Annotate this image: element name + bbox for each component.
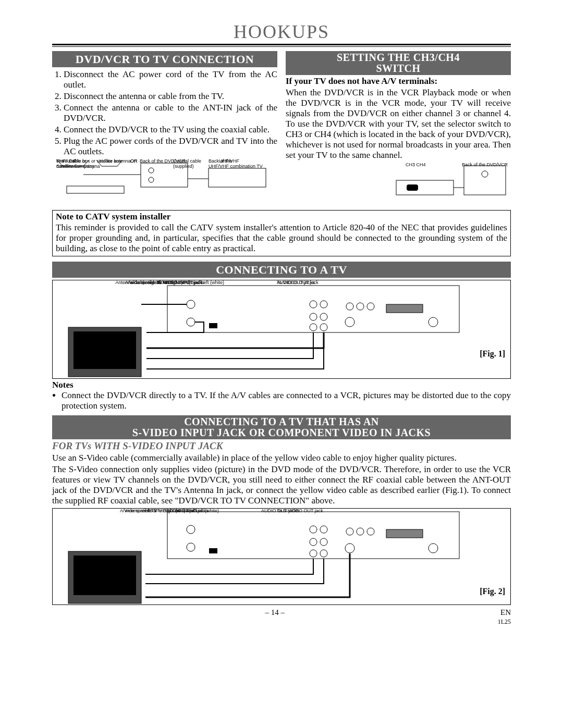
- svg-point-19: [187, 300, 195, 309]
- label-ch3ch4: CH3 CH4: [406, 163, 426, 167]
- svg-rect-15: [464, 166, 506, 195]
- label-audio-out: AUDIO OUT jacks: [277, 280, 315, 285]
- svg-point-43: [310, 538, 317, 546]
- bar-dvd-vcr: DVD/VCR TO TV CONNECTION: [52, 51, 277, 67]
- step-item: Disconnect the AC power cord of the TV f…: [64, 69, 277, 90]
- step-item: Disconnect the antenna or cable from the…: [64, 91, 277, 102]
- footer-code: 1L25: [498, 618, 511, 625]
- svg-point-46: [320, 550, 327, 557]
- step-item: Connect the antenna or cable to the ANT-…: [64, 103, 277, 124]
- svg-rect-14: [407, 184, 418, 191]
- svg-point-49: [367, 528, 374, 535]
- bar-svideo: CONNECTING TO A TV THAT HAS AN S-VIDEO I…: [52, 415, 511, 439]
- label-av-tv-2b: wide screen TV: [74, 509, 157, 513]
- svg-point-48: [357, 528, 364, 535]
- diagram-ch3ch4-switch: CH3 CH4 Back of the DVD/VCR: [391, 163, 511, 205]
- footer-en: EN: [500, 608, 511, 616]
- col-dvd-vcr: DVD/VCR TO TV CONNECTION Disconnect the …: [52, 51, 277, 207]
- svg-point-25: [320, 313, 327, 320]
- rule-thick: [52, 44, 511, 45]
- bar-ch3ch4-line2: SWITCH: [288, 63, 509, 74]
- catv-note-title: Note to CATV system installer: [56, 212, 170, 221]
- page-title: HOOKUPS: [52, 21, 511, 43]
- col-ch3ch4: SETTING THE CH3/CH4 SWITCH If your TV do…: [286, 51, 511, 207]
- svg-point-16: [482, 171, 488, 177]
- notes-bullet: Connect the DVD/VCR directly to a TV. If…: [62, 390, 511, 411]
- svg-point-24: [310, 313, 317, 320]
- svg-point-47: [346, 528, 353, 535]
- label-back-dvdvcr-2: Back of the DVD/VCR: [462, 163, 508, 167]
- bar-ch3ch4-line1: SETTING THE CH3/CH4: [288, 52, 509, 63]
- svg-point-23: [320, 301, 327, 308]
- svg-point-45: [310, 550, 317, 557]
- svg-point-52: [429, 544, 438, 553]
- label-svideo-in: To S-VIDEO INPUT jack: [148, 509, 198, 513]
- svg-point-44: [320, 538, 327, 546]
- label-coax: Coaxial cable (supplied): [173, 159, 201, 169]
- svg-point-50: [345, 544, 354, 553]
- svg-rect-13: [396, 180, 454, 195]
- top-columns: DVD/VCR TO TV CONNECTION Disconnect the …: [52, 51, 511, 207]
- label-av-tv-2: wide screen TV: [89, 280, 162, 285]
- lead-av-terminals: If your TV does not have A/V terminals:: [286, 76, 511, 87]
- step-item: Plug the AC power cords of the DVD/VCR a…: [64, 136, 277, 157]
- svg-point-33: [429, 317, 438, 327]
- diagram-connect-tv: [Fig. 1]: [52, 280, 511, 379]
- svideo-para2: The S-Video connection only supplies vid…: [52, 464, 511, 506]
- diagram-svideo: [Fig. 2] A/V-compatible o: [52, 508, 511, 605]
- manual-page: HOOKUPS DVD/VCR TO TV CONNECTION Disconn…: [0, 0, 563, 728]
- svg-point-28: [346, 303, 353, 310]
- bar-ch3ch4: SETTING THE CH3/CH4 SWITCH: [286, 51, 511, 75]
- bar-svideo-line1: CONNECTING TO A TV THAT HAS AN: [54, 416, 509, 427]
- bar-connect-tv: CONNECTING TO A TV: [52, 262, 511, 278]
- steps-list: Disconnect the AC power cord of the TV f…: [52, 69, 277, 157]
- svg-point-42: [320, 526, 327, 533]
- label-uhf-vhf: UHF/VHF: [219, 159, 239, 164]
- label-audio-in: AUDIO INPUT jacks: [162, 280, 204, 285]
- catv-note-box: Note to CATV system installer This remin…: [52, 210, 511, 256]
- label-or-2: OR: [130, 159, 138, 164]
- svg-point-41: [310, 526, 317, 533]
- diagram-antenna-hookup: VHF/UHF combination antenna Indoor anten…: [52, 159, 277, 207]
- svg-rect-35: [74, 331, 136, 369]
- label-satellite: From Cable or Satellite Company: [56, 159, 94, 169]
- catv-note-body: This reminder is provided to call the CA…: [56, 223, 507, 253]
- label-svideo-out: To S-VIDEO OUT jack: [277, 509, 323, 513]
- svideo-subhead: FOR TVs WITH S-VIDEO INPUT JACK: [52, 440, 511, 452]
- svg-point-31: [345, 317, 354, 327]
- page-number: – 14 –: [265, 608, 285, 625]
- page-footer: – 14 – EN 1L25: [52, 608, 511, 625]
- notes-list: Connect the DVD/VCR directly to a TV. If…: [62, 390, 511, 411]
- bar-svideo-line2: S-VIDEO INPUT JACK OR COMPONENT VIDEO IN…: [54, 427, 509, 438]
- step-item: Connect the DVD/VCR to the TV using the …: [64, 125, 277, 135]
- svg-point-30: [367, 303, 374, 310]
- svideo-para1: Use an S-Video cable (commercially avail…: [52, 453, 511, 463]
- svg-rect-21: [209, 323, 217, 328]
- svg-rect-51: [386, 529, 423, 538]
- ch3ch4-body: When the DVD/VCR is in the VCR Playback …: [286, 88, 511, 161]
- notes-heading: Notes: [52, 380, 511, 390]
- svg-rect-1: [209, 168, 266, 187]
- svg-point-22: [310, 301, 317, 308]
- rule-thin: [52, 46, 511, 47]
- svg-rect-54: [74, 556, 136, 595]
- svg-point-3: [149, 177, 154, 182]
- svg-rect-4: [67, 186, 124, 193]
- svg-point-20: [187, 318, 195, 326]
- svg-rect-32: [386, 304, 423, 313]
- svg-point-2: [149, 168, 154, 173]
- svg-point-39: [187, 543, 195, 551]
- svg-point-27: [320, 324, 327, 331]
- svg-rect-40: [209, 548, 217, 553]
- svg-point-29: [357, 303, 364, 310]
- svg-point-38: [187, 525, 195, 534]
- svg-point-26: [310, 324, 317, 331]
